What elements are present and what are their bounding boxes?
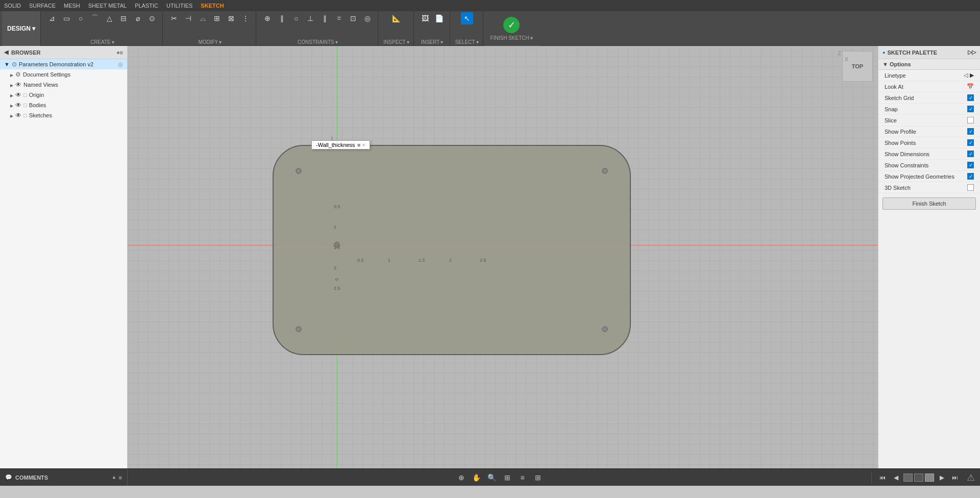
insert-label[interactable]: INSERT ▾	[421, 39, 444, 45]
lookat-calendar-icon[interactable]: 📅	[967, 83, 974, 90]
modify-label[interactable]: MODIFY ▾	[198, 39, 222, 45]
tree-doc-settings-label: Document Settings	[23, 71, 70, 78]
menu-utilities[interactable]: UTILITIES	[166, 3, 192, 9]
linetype-control[interactable]: ◁ ▶	[964, 72, 974, 79]
tree-item-named-views[interactable]: 👁 Named Views	[0, 80, 127, 90]
palette-sketch-grid: Sketch Grid	[878, 92, 980, 104]
collinear-tool[interactable]: ∥	[276, 12, 288, 24]
ellipse-tool[interactable]: ⊙	[146, 12, 158, 24]
finish-sketch-button[interactable]: ✓ FINISH SKETCH ▾	[484, 11, 539, 46]
snap-checkbox[interactable]	[967, 106, 974, 112]
main-area: ◀ BROWSER + ≡ ▼ ⊙ Parameters Demonstrati…	[0, 46, 980, 468]
finish-sketch-palette-button[interactable]: Finish Sketch	[883, 197, 976, 210]
design-button[interactable]: DESIGN ▾	[2, 11, 41, 46]
tree-item-doc-settings[interactable]: ⚙ Document Settings	[0, 69, 127, 80]
menu-sheet-metal[interactable]: SHEET METAL	[88, 3, 127, 9]
menu-sketch[interactable]: SKETCH	[201, 3, 224, 9]
slot-tool[interactable]: ⊟	[117, 12, 130, 24]
palette-expand[interactable]: ▷▷	[968, 49, 976, 56]
list-view-icon[interactable]: ≡	[517, 471, 529, 484]
lookat-control[interactable]: 📅	[967, 83, 974, 90]
bottom-bar: 💬 COMMENTS + ≡ ⊕ ✋ 🔍 ⊞ ≡ ⊞ ⏮ ◀ ▶ ⏭ ⚠	[0, 468, 980, 486]
canvas-area[interactable]: -Wall_thickness ■ × 0.5 1 1.5 2 2.5 0 0.…	[128, 46, 878, 468]
polygon-tool[interactable]: △	[103, 12, 115, 24]
tree-item-origin[interactable]: 👁 □ Origin	[0, 90, 127, 100]
midpoint-tool[interactable]: ⊡	[347, 12, 359, 24]
show-projected-checkbox[interactable]	[967, 173, 974, 180]
palette-options-header[interactable]: ▼ Options	[878, 59, 980, 70]
extend-tool[interactable]: ⊣	[182, 12, 194, 24]
create-group: ⊿ ▭ ○ ⌒ △ ⊟ ⌀ ⊙ CREATE ▾	[42, 11, 163, 46]
measure-tool[interactable]: 📐	[390, 12, 403, 24]
sketch-grid-label: Sketch Grid	[885, 95, 914, 101]
create-label[interactable]: CREATE ▾	[90, 39, 114, 45]
comments-menu[interactable]: ≡	[119, 475, 122, 481]
show-points-checkbox[interactable]	[967, 139, 974, 146]
ruler-label-1: 1	[334, 225, 336, 230]
timeline-next-btn[interactable]: ▶	[936, 472, 947, 483]
tree-item-sketches[interactable]: 👁 □ Sketches	[0, 110, 127, 120]
show-profile-checkbox[interactable]	[967, 128, 974, 135]
arc-tool[interactable]: ⌒	[89, 12, 101, 24]
perpendicular-tool[interactable]: ⊥	[304, 12, 316, 24]
dimension-tooltip[interactable]: -Wall_thickness ■ ×	[311, 140, 370, 150]
menu-solid[interactable]: SOLID	[4, 3, 21, 9]
timeline-step-1[interactable]	[903, 474, 913, 482]
tree-item-root[interactable]: ▼ ⊙ Parameters Demonstration v2 ◎	[0, 59, 127, 69]
sketch-svg	[268, 140, 635, 360]
offset-tool[interactable]: ⊞	[211, 12, 223, 24]
trim-tool[interactable]: ✂	[168, 12, 180, 24]
line-tool[interactable]: ⊿	[46, 12, 58, 24]
tree-sketches-label: Sketches	[29, 112, 52, 118]
circle-tool[interactable]: ○	[75, 12, 87, 24]
tree-sketches-icon: 👁	[15, 112, 21, 119]
inspect-label[interactable]: INSPECT ▾	[383, 39, 409, 45]
select-tool[interactable]: ↖	[461, 12, 473, 24]
timeline-last-btn[interactable]: ⏭	[949, 472, 961, 483]
grid-view-icon[interactable]: ⊞	[501, 471, 513, 484]
spline-tool[interactable]: ⌀	[132, 12, 144, 24]
rect-tool[interactable]: ▭	[60, 12, 72, 24]
sketch-grid-checkbox[interactable]	[967, 94, 974, 101]
timeline-prev-btn[interactable]: ◀	[890, 472, 901, 483]
browser-menu-icon[interactable]: ≡	[120, 49, 123, 56]
linetype-left-icon[interactable]: ◁	[964, 72, 968, 79]
concentric-tool[interactable]: ◎	[361, 12, 374, 24]
table-view-icon[interactable]: ⊞	[532, 471, 544, 484]
pattern-tool[interactable]: ⋮	[239, 12, 252, 24]
linetype-right-icon[interactable]: ▶	[970, 72, 974, 79]
comments-expand[interactable]: +	[112, 475, 115, 481]
fillet-tool[interactable]: ⌓	[197, 12, 209, 24]
viewcube[interactable]: TOP	[842, 51, 873, 82]
timeline-step-2[interactable]	[914, 474, 923, 482]
insert-image-tool[interactable]: 🖼	[419, 12, 431, 24]
show-dimensions-checkbox[interactable]	[967, 151, 974, 157]
zoom-tool-icon[interactable]: 🔍	[486, 471, 498, 484]
slice-checkbox[interactable]	[967, 117, 974, 123]
menu-plastic[interactable]: PLASTIC	[135, 3, 158, 9]
mirror-tool[interactable]: ⊠	[225, 12, 237, 24]
tree-item-bodies[interactable]: 👁 □ Bodies	[0, 100, 127, 110]
tangent-tool[interactable]: ○	[290, 12, 302, 24]
tree-expand-sketches	[10, 112, 13, 118]
display-settings-icon[interactable]: ⊕	[455, 471, 468, 484]
finish-sketch-label: FINISH SKETCH ▾	[491, 35, 533, 41]
insert-dxf-tool[interactable]: 📄	[433, 12, 446, 24]
show-profile-label: Show Profile	[885, 129, 916, 135]
coincident-tool[interactable]: ⊕	[261, 12, 274, 24]
show-constraints-checkbox[interactable]	[967, 162, 974, 168]
pan-tool-icon[interactable]: ✋	[471, 471, 483, 484]
parallel-tool[interactable]: ∥	[318, 12, 331, 24]
select-label[interactable]: SELECT ▾	[455, 39, 479, 45]
timeline-first-btn[interactable]: ⏮	[877, 472, 888, 483]
tree-named-views-label: Named Views	[23, 82, 58, 88]
menu-surface[interactable]: SURFACE	[29, 3, 56, 9]
menu-mesh[interactable]: MESH	[64, 3, 80, 9]
browser-collapse-icon[interactable]: ◀	[4, 49, 8, 56]
tree-origin-label: Origin	[29, 92, 44, 98]
constraints-label[interactable]: CONSTRAINTS ▾	[298, 39, 338, 45]
timeline-step-3[interactable]	[925, 474, 934, 482]
3d-sketch-checkbox[interactable]	[967, 184, 974, 191]
equal-tool[interactable]: =	[333, 12, 345, 24]
warning-icon: ⚠	[967, 472, 975, 483]
